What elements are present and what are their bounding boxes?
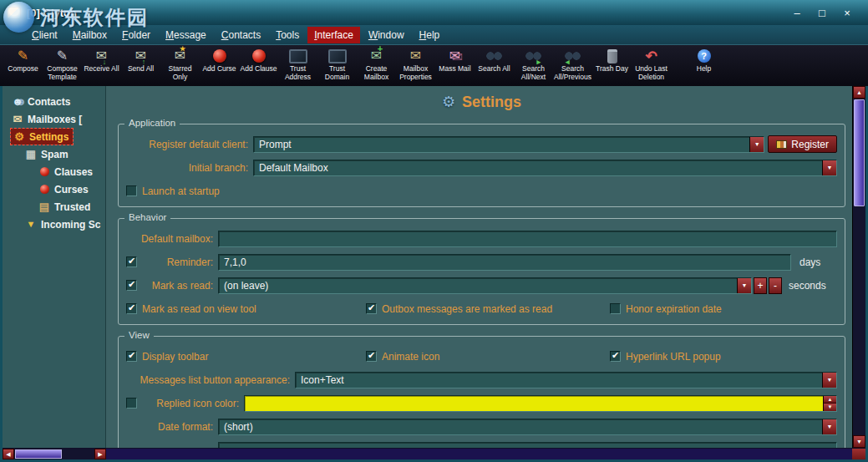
sidebar-item-trusted[interactable]: ▤ Trusted [3,198,105,216]
toolbar-button-send-all[interactable]: ✉ Send All [121,48,160,74]
dropdown-arrow-icon[interactable] [749,137,764,152]
hyperlink-popup-checkbox[interactable] [610,351,621,362]
vertical-scrollbar-track[interactable] [853,207,865,435]
launch-at-startup-checkbox[interactable] [126,185,137,196]
honor-expiration-checkbox[interactable] [610,303,621,314]
outbox-marked-read-checkbox[interactable] [366,303,377,314]
dropdown-arrow-icon[interactable] [822,373,836,388]
toolbar-button-create-mailbox[interactable]: ✉ Create Mailbox [357,48,396,81]
decrement-button[interactable]: - [769,277,782,294]
mark-as-read-label: Mark as read: [142,280,213,292]
behavior-group-label: Behavior [124,212,170,222]
menu-client[interactable]: Client [25,27,64,43]
replied-color-swatch[interactable]: ▲ ▼ [244,395,837,412]
appearance-select[interactable]: Icon+Text [295,372,837,388]
menu-window[interactable]: Window [362,27,411,43]
register-default-client-select[interactable]: Prompt [253,136,764,153]
horizontal-scrollbar-thumb[interactable] [15,449,62,459]
register-button[interactable]: Register [768,135,837,153]
scroll-down-icon[interactable]: ▼ [853,435,865,448]
display-toolbar-checkbox[interactable] [126,351,137,362]
menu-contacts[interactable]: Contacts [215,27,267,43]
application-group-label: Application [124,118,180,128]
toolbar-button-add-curse[interactable]: Add Curse [200,48,239,74]
default-mailbox-row: Default mailbox: [126,230,837,247]
menu-message[interactable]: Message [159,27,213,43]
funnel-icon: ▼ [24,220,38,229]
toolbar-button-compose[interactable]: ✎ Compose [3,48,43,74]
mark-as-read-select[interactable]: (on leave) [218,277,752,294]
date-format-row: Date format: (short) [126,418,837,435]
scroll-left-icon[interactable]: ◀ [3,449,14,459]
menu-help[interactable]: Help [413,27,447,43]
curses-orb-icon [38,185,51,194]
reminder-checkbox[interactable] [126,256,137,267]
initial-branch-label: Initial branch: [126,162,248,174]
toolbar-button-starred-only[interactable]: ✉ Starred Only [160,48,200,81]
animate-icon-checkbox[interactable] [366,351,377,362]
toolbar-button-search-all-previous[interactable]: Search All/Previous [553,48,592,81]
sidebar-item-clauses[interactable]: Clauses [3,163,105,180]
spinner-up-icon[interactable]: ▲ [824,396,836,404]
increment-button[interactable]: + [754,277,767,294]
toolbar-button-search-all[interactable]: Search All [475,48,514,74]
toolbar-label: Help [697,65,711,74]
page-title: Settings [462,94,521,111]
register-default-client-value: Prompt [254,137,749,152]
mark-as-read-checkbox[interactable] [126,280,137,291]
toolbar-button-mailbox-properties[interactable]: ✉ Mailbox Properties [396,48,435,81]
sidebar-item-spam[interactable]: ▦ Spam [3,145,105,163]
dropdown-arrow-icon[interactable] [822,419,836,434]
toolbar-button-help[interactable]: Help [684,48,723,74]
spinner-down-icon[interactable]: ▼ [824,403,836,411]
menu-interface[interactable]: Interface [307,27,360,43]
initial-branch-select[interactable]: Default Mailbox [253,160,837,176]
toolbar-label: Receive All [84,65,119,74]
vertical-scrollbar[interactable]: ▲ ▼ [852,86,865,448]
sidebar-item-contacts[interactable]: ☻ Contacts [3,93,105,110]
menu-tools[interactable]: Tools [269,27,306,43]
toolbar-button-trust-address[interactable]: Trust Address [278,48,317,81]
horizontal-scrollbar[interactable]: ◀ ▶ [3,449,106,459]
settings-gear-icon: ⚙ [13,131,26,142]
clipped-field[interactable] [218,442,837,449]
scroll-up-icon[interactable]: ▲ [853,86,865,99]
vertical-scrollbar-thumb[interactable] [854,99,865,206]
toolbar-button-add-clause[interactable]: Add Clause [239,48,278,74]
toolbar-button-mass-mail[interactable]: ✉ Mass Mail [435,48,475,74]
mark-read-view-tool-checkbox[interactable] [126,303,137,314]
close-button[interactable]: × [840,7,855,19]
toolbar-button-receive-all[interactable]: ✉ Receive All [82,48,121,74]
toolbar-button-search-all-next[interactable]: Search All/Next [514,48,553,81]
sidebar-item-label: Incoming Sc [41,219,100,231]
sidebar-item-mailboxes[interactable]: ✉ Mailboxes [ [3,110,105,128]
reminder-input[interactable]: 7,1,0 [218,254,791,271]
sidebar: ☻ Contacts ✉ Mailboxes [ ⚙ Settings ▦ Sp… [3,86,106,448]
dropdown-arrow-icon[interactable] [737,278,751,293]
menu-folder[interactable]: Folder [115,27,157,43]
clipped-field-row [126,441,837,448]
sidebar-item-incoming[interactable]: ▼ Incoming Sc [3,216,105,233]
sidebar-item-label: Trusted [54,201,90,213]
maximize-button[interactable]: □ [815,7,830,19]
status-bar [106,449,852,459]
menu-mailbox[interactable]: Mailbox [66,27,114,43]
honor-expiration-label: Honor expiration date [626,303,722,315]
launch-at-startup-row: Launch at startup [126,182,837,200]
dropdown-arrow-icon[interactable] [822,160,836,175]
toolbar-button-compose-template[interactable]: ✎ Compose Template [43,48,82,81]
default-mailbox-input[interactable] [218,231,837,247]
minimize-button[interactable]: – [789,7,805,19]
replied-color-checkbox[interactable] [126,398,137,409]
toolbar-button-trash-day[interactable]: Trash Day [592,48,632,74]
date-format-select[interactable]: (short) [218,419,837,435]
scroll-right-icon[interactable]: ▶ [94,449,106,459]
sidebar-item-settings[interactable]: ⚙ Settings [3,128,105,145]
color-spinner[interactable]: ▲ ▼ [823,396,836,411]
toolbar-button-undo-last-deletion[interactable]: ↶ Undo Last Deletion [632,48,671,81]
horizontal-scrollbar-track[interactable] [63,449,94,459]
trusted-box-icon: ▤ [38,201,51,212]
sidebar-item-curses[interactable]: Curses [3,180,105,198]
toolbar-label: Mass Mail [439,65,470,74]
toolbar-button-trust-domain[interactable]: Trust Domain [317,48,357,81]
